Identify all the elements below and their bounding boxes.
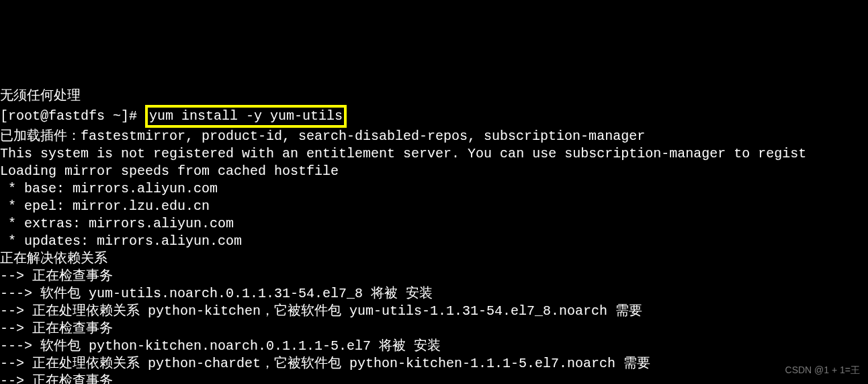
- prompt-line: [root@fastdfs ~]# yum install -y yum-uti…: [0, 105, 868, 128]
- output-line: 正在解决依赖关系: [0, 250, 868, 268]
- output-line: 已加载插件：fastestmirror, product-id, search-…: [0, 128, 868, 145]
- output-line: --> 正在检查事务: [0, 373, 868, 384]
- output-line: * epel: mirror.lzu.edu.cn: [0, 198, 868, 215]
- highlighted-command: yum install -y yum-utils: [145, 105, 347, 128]
- shell-prompt: [root@fastdfs ~]#: [0, 108, 145, 124]
- output-line: 无须任何处理: [0, 87, 868, 105]
- output-line: --> 正在处理依赖关系 python-kitchen，它被软件包 yum-ut…: [0, 303, 868, 320]
- output-line: This system is not registered with an en…: [0, 145, 868, 163]
- output-line: * base: mirrors.aliyun.com: [0, 180, 868, 198]
- output-line: --> 正在处理依赖关系 python-chardet，它被软件包 python…: [0, 355, 868, 373]
- output-line: ---> 软件包 python-kitchen.noarch.0.1.1.1-5…: [0, 338, 868, 355]
- output-line: * updates: mirrors.aliyun.com: [0, 233, 868, 250]
- watermark-text: CSDN @1 + 1=王: [785, 361, 860, 379]
- output-line: ---> 软件包 yum-utils.noarch.0.1.1.31-54.el…: [0, 285, 868, 303]
- output-line: --> 正在检查事务: [0, 268, 868, 285]
- output-line: Loading mirror speeds from cached hostfi…: [0, 163, 868, 180]
- output-line: * extras: mirrors.aliyun.com: [0, 215, 868, 233]
- terminal-output: 无须任何处理[root@fastdfs ~]# yum install -y y…: [0, 70, 868, 384]
- output-line: --> 正在检查事务: [0, 320, 868, 338]
